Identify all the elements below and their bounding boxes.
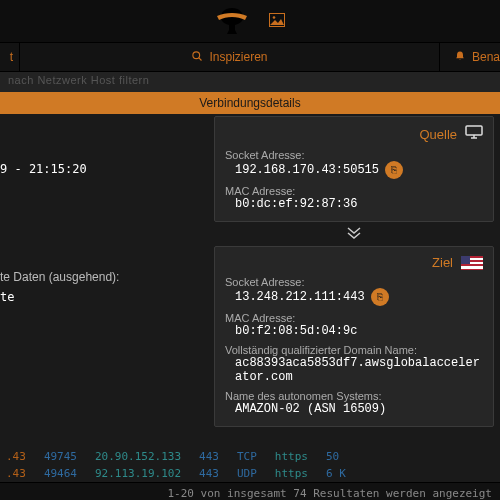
src-socket-label: Socket Adresse: (225, 149, 483, 161)
outgoing-value: te (0, 288, 202, 306)
chevron-down-icon (214, 226, 494, 242)
outgoing-block: te Daten (ausgehend): te (0, 268, 202, 306)
source-card: Quelle Socket Adresse: 192.168.170.43:50… (214, 116, 494, 222)
copy-icon[interactable]: ⎘ (371, 288, 389, 306)
dst-fqdn-value: ac88393aca5853df7.awsglobalaccelerator.c… (235, 356, 483, 384)
src-socket-value: 192.168.170.43:50515 (235, 163, 379, 177)
app-logo (215, 6, 249, 36)
tab-notify-label: Bena (472, 50, 500, 64)
tab-left-label: t (10, 50, 13, 64)
copy-icon[interactable]: ⎘ (385, 161, 403, 179)
svg-point-1 (273, 16, 276, 19)
time-block: 9 - 21:15:20 (0, 160, 202, 178)
search-icon (191, 50, 203, 65)
background-table: .43 49745 20.90.152.133 443 TCP https 50… (0, 448, 500, 500)
dst-asn-value: AMAZON-02 (ASN 16509) (235, 402, 386, 416)
monitor-icon (465, 125, 483, 143)
tab-notify[interactable]: Bena (440, 43, 500, 71)
dst-socket-value: 13.248.212.111:443 (235, 290, 365, 304)
source-heading: Quelle (419, 127, 457, 142)
src-mac-value: b0:dc:ef:92:87:36 (235, 197, 357, 211)
tab-left[interactable]: t (0, 43, 20, 71)
svg-point-2 (193, 51, 200, 58)
dest-card: Ziel Socket Adresse: 13.248.212.111:443 … (214, 246, 494, 427)
dst-mac-label: MAC Adresse: (225, 312, 483, 324)
tab-bar: t Inspizieren Bena (0, 42, 500, 72)
time-value: 9 - 21:15:20 (0, 160, 202, 178)
bell-icon (454, 50, 466, 65)
dst-asn-label: Name des autonomen Systems: (225, 390, 483, 402)
tab-inspect[interactable]: Inspizieren (20, 43, 440, 71)
flag-us-icon (461, 256, 483, 270)
pagination-text: 1-20 von insgesamt 74 Resultaten werden … (0, 482, 500, 500)
table-row[interactable]: .43 49464 92.113.19.102 443 UDP https 6 … (0, 465, 500, 482)
outgoing-label: te Daten (ausgehend): (0, 268, 202, 286)
table-row[interactable]: .43 49745 20.90.152.133 443 TCP https 50 (0, 448, 500, 465)
picture-icon[interactable] (269, 13, 285, 30)
filter-input[interactable]: nach Netzwerk Host filtern (0, 72, 500, 92)
dest-heading: Ziel (432, 255, 453, 270)
src-mac-label: MAC Adresse: (225, 185, 483, 197)
modal-title: Verbindungsdetails (0, 92, 500, 114)
svg-line-3 (199, 57, 202, 60)
svg-rect-4 (466, 126, 482, 135)
dst-socket-label: Socket Adresse: (225, 276, 483, 288)
tab-inspect-label: Inspizieren (209, 50, 267, 64)
dst-mac-value: b0:f2:08:5d:04:9c (235, 324, 357, 338)
dst-fqdn-label: Vollständig qualifizierter Domain Name: (225, 344, 483, 356)
